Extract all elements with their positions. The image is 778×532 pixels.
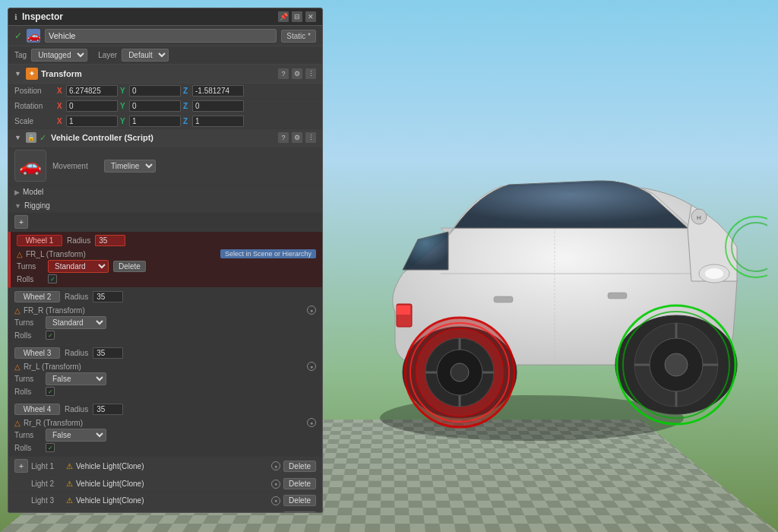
add-button[interactable]: + [14,215,28,229]
wheel-1-button[interactable]: Wheel 1 [17,235,62,246]
layer-label: Layer [98,51,117,59]
transform-help-button[interactable]: ? [278,68,289,79]
transform-section-header: ▼ ✦ Transform ? ⚙ ⋮ [8,65,322,84]
light-3-target-icon[interactable]: ● [271,496,280,505]
svg-rect-1 [494,296,513,302]
wheel-3-target-icon[interactable]: ● [307,362,316,371]
wheel-1-header: Wheel 1 Radius [17,235,316,246]
light-2-name: Vehicle Light(Clone) [76,480,268,488]
wheel-4-rolls-checkbox[interactable]: ✓ [46,443,55,452]
wheel-4-turns-label: Turns [14,431,41,439]
wheel-4-turns-select[interactable]: False Standard [46,429,106,442]
scale-z-label: Z [183,117,191,125]
wheel-1-turns-select[interactable]: Standard False [48,260,109,273]
light-3-delete-button[interactable]: Delete [283,495,316,506]
wheel-4-target-icon[interactable]: ● [307,418,316,427]
rotation-z-label: Z [183,102,191,110]
rotation-y-field: Y [120,100,181,112]
scale-z-input[interactable] [192,116,244,127]
svg-text:H: H [697,214,701,221]
light-2-target-icon[interactable]: ● [271,480,280,489]
car-svg: H [327,46,767,486]
wheel-3-turns-select[interactable]: False Standard [46,372,106,385]
position-y-label: Y [120,87,128,95]
wheel-2-button[interactable]: Wheel 2 [14,291,60,302]
wheel-3-button[interactable]: Wheel 3 [14,347,60,359]
light-1-delete-button[interactable]: Delete [283,461,316,472]
wheel-1-rolls-checkbox[interactable]: ✓ [48,274,57,283]
vc-settings-button[interactable]: ⚙ [292,132,302,143]
transform-toggle[interactable]: ▼ [14,70,21,78]
tag-layer-row: Tag Untagged Layer Default [8,46,322,65]
inspector-scrollable[interactable]: ✓ 🚗 Static * Tag Untagged Layer Default … [8,26,322,512]
wheel-2-target-icon[interactable]: ● [307,306,316,315]
wheel-1-radius-input[interactable] [95,235,125,246]
inspector-icons: 📌 ⊟ ✕ [278,11,316,22]
inspector-title: Inspector [22,11,63,22]
layer-select[interactable]: Default [122,49,169,62]
model-collapse[interactable]: ▶ Model [8,185,322,199]
vc-toggle[interactable]: ▼ [14,134,21,141]
bookmark-button[interactable]: 📌 [278,11,289,22]
wheel-2-rolls-checkbox[interactable]: ✓ [46,331,55,340]
wheel-2-radius-input[interactable] [93,291,123,302]
movement-row: Movement Timeline Physics [52,158,316,174]
position-label: Position [14,87,54,95]
transform-actions: ? ⚙ ⋮ [278,68,316,79]
wheel-1-rolls-label: Rolls [17,275,43,283]
wheel-1-radius-label: Radius [67,236,90,245]
object-name-input[interactable] [45,29,277,43]
vc-menu-button[interactable]: ⋮ [305,132,316,143]
movement-select[interactable]: Timeline Physics [104,160,156,173]
close-button[interactable]: ✕ [305,11,316,22]
light-2-warning-icon: ⚠ [66,480,73,488]
wheel-4-transform-icon: △ [14,419,21,427]
light-2-delete-button[interactable]: Delete [283,478,316,489]
transform-menu-button[interactable]: ⋮ [305,68,316,79]
position-y-field: Y [120,85,181,97]
inspector-header-left: ℹ Inspector [14,11,63,22]
vc-help-button[interactable]: ? [278,132,289,143]
rotation-x-input[interactable] [66,100,118,112]
light-1-add-button[interactable]: + [14,459,28,473]
position-y-input[interactable] [129,85,181,97]
rotation-xyz: X Y Z [57,100,316,112]
wheel-2-turns-select[interactable]: Standard False [46,316,106,329]
wheel-3-radius-input[interactable] [93,347,123,359]
wheel-4-radius-input[interactable] [93,404,123,415]
scale-x-input[interactable] [66,116,118,127]
wheel-1-transform-row: △ FR_L (Transform) Select in Scene or Hi… [17,249,316,259]
wheel-1-section: Wheel 1 Radius △ FR_L (Transform) Select… [8,232,322,288]
light-3-label: Light 3 [31,496,63,505]
scale-x-field: X [57,116,118,127]
scale-y-label: Y [120,117,128,125]
active-checkbox[interactable]: ✓ [14,30,22,41]
car-area: H [327,46,767,486]
wheel-3-transform-ref: Rr_L (Transform) [24,363,304,371]
light-2-row: Light 2 ⚠ Vehicle Light(Clone) ● Delete [8,476,322,492]
scale-y-input[interactable] [129,116,181,127]
position-z-input[interactable] [192,85,244,97]
rigging-collapse[interactable]: ▼ Rigging [8,199,322,213]
layout-button[interactable]: ⊟ [292,11,302,22]
vc-active-check[interactable]: ✓ [40,133,46,143]
wheel-4-turns-row: Turns False Standard [14,428,316,442]
transform-title: Transform [41,69,275,78]
transform-settings-button[interactable]: ⚙ [292,68,302,79]
wheel-1-select-button[interactable]: Select in Scene or Hierarchy [220,249,316,258]
wheel-1-delete-button[interactable]: Delete [113,261,146,272]
wheel-3-rolls-checkbox[interactable]: ✓ [46,387,55,396]
static-button[interactable]: Static * [281,30,316,43]
svg-point-4 [705,268,723,279]
rotation-y-input[interactable] [129,100,181,112]
wheel-4-button[interactable]: Wheel 4 [14,404,60,415]
light-1-target-icon[interactable]: ● [271,461,280,470]
rotation-x-field: X [57,100,118,112]
tag-label: Tag [14,51,27,59]
tag-select[interactable]: Untagged [31,49,87,62]
light-4-delete-button[interactable]: Delete [283,511,316,512]
wheel-4-section: Wheel 4 Radius △ Rr_R (Transform) ● Turn… [8,401,322,457]
rotation-z-input[interactable] [192,100,244,112]
position-x-input[interactable] [66,85,118,97]
wheel-4-header: Wheel 4 Radius [14,404,316,415]
